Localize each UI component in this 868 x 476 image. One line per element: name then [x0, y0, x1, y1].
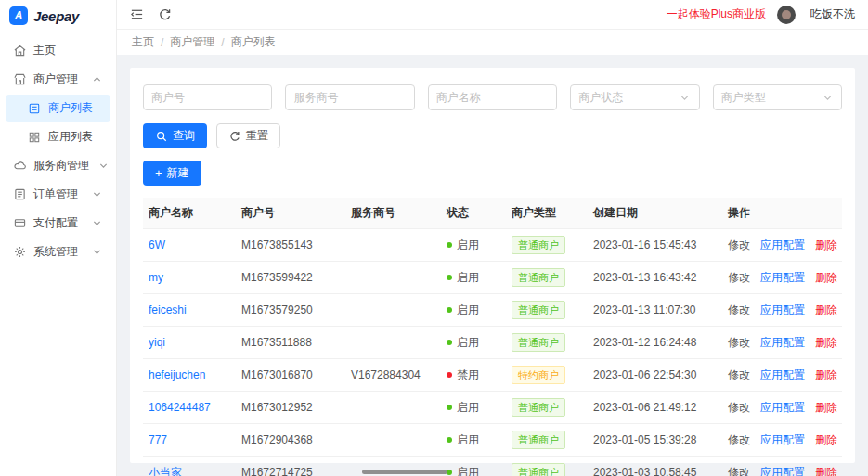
merchant-name-link[interactable]: my [149, 271, 163, 284]
refresh-icon[interactable] [159, 8, 172, 21]
sidebar-item-label: 主页 [33, 43, 56, 58]
column-header: 创建日期 [588, 198, 722, 229]
app-config-link[interactable]: 应用配置 [760, 335, 805, 351]
sidebar-item-order-mgmt[interactable]: 订单管理 [6, 181, 110, 208]
sidebar-item-system-mgmt[interactable]: 系统管理 [6, 238, 110, 265]
status-dot [447, 275, 452, 280]
edit-link[interactable]: 修改 [728, 270, 750, 286]
edit-link[interactable]: 修改 [728, 302, 750, 318]
app-config-link[interactable]: 应用配置 [760, 465, 805, 476]
logo[interactable]: A Jeepay [0, 0, 116, 32]
actions-cell: 修改应用配置删除 [722, 262, 842, 294]
status-cell: 启用 [441, 262, 506, 294]
sidebar-item-pay-config[interactable]: 支付配置 [6, 210, 110, 237]
merchant-name-link[interactable]: 1064244487 [149, 401, 211, 414]
column-header: 商户类型 [506, 198, 588, 229]
table-row: 小当家M1672714725启用普通商户2023-01-03 10:58:45修… [143, 457, 842, 476]
sidebar-item-merchant-list[interactable]: 商户列表 [6, 95, 110, 122]
status-dot [447, 405, 452, 410]
breadcrumb-home[interactable]: 主页 [132, 34, 154, 50]
delete-link[interactable]: 删除 [815, 367, 837, 383]
main-area: 一起体验Plus商业版 吃饭不洗 主页 / 商户管理 / 商户列表 商户状态 [117, 0, 868, 476]
merchant-name-link[interactable]: hefeijuchen [149, 368, 205, 381]
sidebar-item-home[interactable]: 主页 [6, 37, 110, 64]
edit-link[interactable]: 修改 [728, 465, 750, 476]
actions-cell: 修改应用配置删除 [722, 457, 842, 476]
table-row: 1064244487M1673012952启用普通商户2023-01-06 21… [143, 392, 842, 424]
table-body: 6WM1673855143启用普通商户2023-01-16 15:45:43修改… [143, 229, 842, 476]
reset-button[interactable]: 重置 [216, 123, 280, 148]
merchant-status-select[interactable]: 商户状态 [570, 84, 699, 110]
app-config-link[interactable]: 应用配置 [760, 238, 805, 253]
merchant-name-cell: yiqi [143, 327, 236, 359]
delete-link[interactable]: 删除 [815, 400, 837, 416]
merchant-list-card: 商户状态 商户类型 [130, 68, 855, 463]
table-row: 777M1672904368启用普通商户2023-01-05 15:39:28修… [143, 424, 842, 457]
merchant-name-link[interactable]: 小当家 [149, 466, 182, 476]
merchant-table: 商户名称商户号服务商号状态商户类型创建日期操作 6WM1673855143启用普… [143, 198, 842, 476]
status-dot [447, 372, 452, 378]
merchant-name-link[interactable]: 777 [149, 433, 167, 446]
app-config-link[interactable]: 应用配置 [760, 400, 805, 416]
app-config-link[interactable]: 应用配置 [760, 367, 805, 383]
username[interactable]: 吃饭不洗 [810, 6, 855, 22]
isv-no-cell [345, 229, 441, 262]
sidebar-item-merchant-mgmt[interactable]: 商户管理 [6, 66, 110, 93]
delete-link[interactable]: 删除 [815, 465, 837, 476]
edit-link[interactable]: 修改 [728, 367, 750, 383]
merchant-type-select[interactable]: 商户类型 [713, 84, 842, 110]
avatar[interactable] [777, 6, 796, 24]
horizontal-scrollbar-thumb[interactable] [362, 470, 447, 474]
merchant-name-link[interactable]: 6W [149, 238, 165, 251]
created-date-cell: 2023-01-12 16:24:48 [588, 327, 722, 359]
sidebar-item-isv-mgmt[interactable]: 服务商管理 [6, 152, 110, 179]
column-header: 状态 [441, 198, 506, 229]
merchant-name-input[interactable] [428, 84, 557, 110]
status-cell: 启用 [441, 229, 506, 262]
type-cell: 普通商户 [506, 229, 588, 262]
create-button[interactable]: + 新建 [143, 161, 201, 186]
isv-no-cell [345, 424, 441, 457]
delete-link[interactable]: 删除 [815, 432, 837, 448]
create-button-label: 新建 [167, 165, 189, 181]
breadcrumb-merchant-mgmt[interactable]: 商户管理 [170, 34, 214, 50]
sidebar-item-label: 服务商管理 [33, 158, 89, 174]
app-config-link[interactable]: 应用配置 [760, 432, 805, 448]
search-button[interactable]: 查询 [143, 123, 207, 148]
plus-promo-link[interactable]: 一起体验Plus商业版 [667, 6, 766, 22]
table-row: yiqiM1673511888启用普通商户2023-01-12 16:24:48… [143, 327, 842, 359]
edit-link[interactable]: 修改 [728, 238, 750, 253]
delete-link[interactable]: 删除 [815, 270, 837, 286]
merchant-type-badge: 普通商户 [512, 463, 565, 476]
delete-link[interactable]: 删除 [815, 335, 837, 351]
app-list-icon [28, 131, 41, 144]
delete-link[interactable]: 删除 [815, 238, 837, 253]
menu-fold-icon[interactable] [130, 7, 144, 21]
jeepay-logo-icon: A [9, 6, 28, 25]
chevron-down-icon [97, 160, 110, 173]
merchant-name-link[interactable]: yiqi [149, 336, 165, 349]
select-placeholder: 商户状态 [578, 90, 623, 106]
app-config-link[interactable]: 应用配置 [760, 302, 805, 318]
merchant-name-link[interactable]: feiceshi [149, 303, 187, 316]
status-cell: 启用 [441, 457, 506, 476]
column-header: 商户号 [236, 198, 345, 229]
sidebar-item-app-list[interactable]: 应用列表 [6, 123, 110, 150]
delete-link[interactable]: 删除 [815, 302, 837, 318]
edit-link[interactable]: 修改 [728, 335, 750, 351]
isv-no-input[interactable] [285, 84, 414, 110]
breadcrumb-separator: / [221, 36, 224, 49]
status-cell: 启用 [441, 392, 506, 424]
edit-link[interactable]: 修改 [728, 432, 750, 448]
home-icon [13, 45, 26, 58]
merchant-name-cell: 小当家 [143, 457, 236, 476]
app-config-link[interactable]: 应用配置 [760, 270, 805, 286]
status-cell: 启用 [441, 327, 506, 359]
edit-link[interactable]: 修改 [728, 400, 750, 416]
table-row: myM1673599422启用普通商户2023-01-13 16:43:42修改… [143, 262, 842, 294]
merchant-name-cell: 1064244487 [143, 392, 236, 424]
status-cell: 禁用 [441, 359, 506, 392]
merchant-no-input[interactable] [143, 84, 272, 110]
logo-text: Jeepay [33, 8, 79, 24]
created-date-cell: 2023-01-06 22:54:30 [588, 359, 722, 392]
